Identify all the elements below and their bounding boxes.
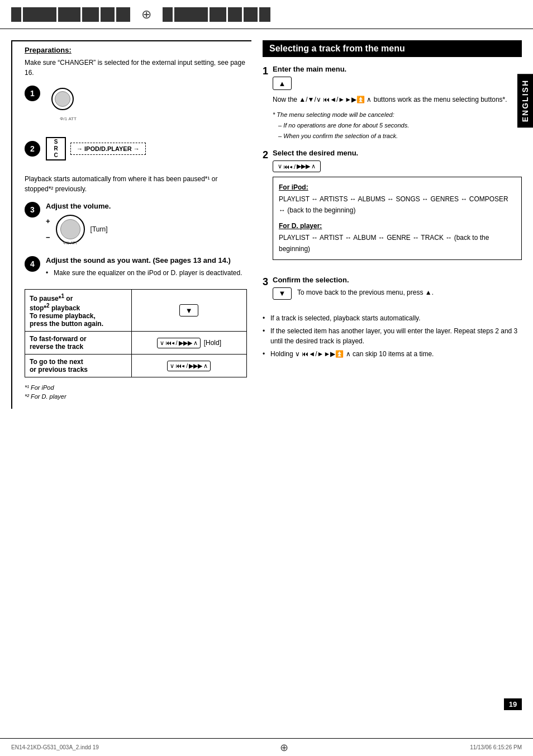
src-box: S R C xyxy=(46,137,66,160)
confirm-button-icon: ▼ xyxy=(273,287,292,300)
page-number: 19 xyxy=(504,698,522,710)
step4-row: 4 Adjust the sound as you want. (See pag… xyxy=(25,256,247,281)
r-step1-heading: Enter the main menu. xyxy=(273,65,507,73)
select-button-icon: ∨⏮◀/▶▶▶∧ xyxy=(273,160,321,172)
language-tab: ENGLISH xyxy=(517,74,533,127)
step4-bullet1: Make sure the equalizer on the iPod or D… xyxy=(46,268,247,278)
knob-inner xyxy=(55,91,70,107)
note-line1: – If no operations are done for about 5 … xyxy=(273,120,507,131)
table-cell-action-1: ▼ xyxy=(131,290,246,332)
ipod-arrow-box: → IPOD/D.PLAYER → xyxy=(70,143,146,155)
next-prev-button-icon: ∨⏮◀/▶▶▶∧ xyxy=(167,361,211,371)
hold-label: [Hold] xyxy=(204,339,221,347)
footnote1: *¹ For iPod xyxy=(25,384,247,391)
table-row-1: To pause*1 orstop*2 playback To resume p… xyxy=(25,290,247,332)
r-bullet-1: If a track is selected, playback starts … xyxy=(263,313,522,323)
volume-knob-label: Φ/1 ATT xyxy=(63,241,78,245)
r-step1-note: Now the ▲/▼/∨ ⏮◄/►►▶⏫ ∧ buttons work as … xyxy=(273,94,507,105)
block4 xyxy=(82,7,99,22)
plus-minus: + − xyxy=(46,217,50,242)
block5 xyxy=(101,7,115,22)
volume-diagram: + − Φ/1 ATT [Turn] xyxy=(46,215,247,244)
step3-heading: Adjust the volume. xyxy=(46,202,247,210)
table-bold-2: To fast-forward orreverse the track xyxy=(30,335,87,351)
r-bullet-3: Holding ∨ ⏮◄/►►▶⏫ ∧ can skip 10 items at… xyxy=(263,349,522,359)
block3 xyxy=(58,7,80,22)
r-bullet-2: If the selected item has another layer, … xyxy=(263,326,522,346)
table-cell-label-3: To go to the nextor previous tracks xyxy=(25,355,132,377)
footnote2: *² For D. player xyxy=(25,393,247,400)
r-step3-heading: Confirm the selection. xyxy=(273,276,434,284)
r-step1-number: 1 xyxy=(263,65,268,77)
knob-button xyxy=(51,88,74,110)
table-cell-label-2: To fast-forward orreverse the track xyxy=(25,332,132,355)
menu-dplayer-title: For D. player: xyxy=(279,220,516,231)
menu-ipod-title: For iPod: xyxy=(279,182,516,193)
table-cell-label-1: To pause*1 orstop*2 playback To resume p… xyxy=(25,290,132,332)
knob-label: Φ/1 ATT xyxy=(60,116,77,121)
minus-sign: − xyxy=(46,233,50,242)
r-step2-number: 2 xyxy=(263,149,268,161)
note-star: * The menu selecting mode will be cancel… xyxy=(273,110,507,120)
r-bullet-list: If a track is selected, playback starts … xyxy=(263,313,522,359)
src-label3: C xyxy=(54,152,58,159)
menu-selection-box: For iPod: PLAYLIST ↔ ARTISTS ↔ ALBUMS ↔ … xyxy=(273,177,522,259)
volume-knob xyxy=(56,215,85,244)
block2 xyxy=(23,7,56,22)
playback-text: Playback starts automatically from where… xyxy=(25,174,247,194)
r-step3-content: Confirm the selection. ▼ To move back to… xyxy=(273,276,434,305)
section-title: Selecting a track from the menu xyxy=(269,44,405,53)
step3-row: 3 Adjust the volume. + − xyxy=(25,202,247,248)
step1-circle: 1 xyxy=(25,86,40,101)
note-line2: – When you confirm the selection of a tr… xyxy=(273,131,507,141)
block6 xyxy=(116,7,130,22)
table-bold-3: To go to the nextor previous tracks xyxy=(30,358,88,374)
rblock1 xyxy=(163,7,173,22)
bottom-right-text: 11/13/06 6:15:26 PM xyxy=(470,744,522,750)
rblock4 xyxy=(228,7,242,22)
r-step2-content: Select the desired menu. ∨⏮◀/▶▶▶∧ For iP… xyxy=(273,149,522,267)
menu-dplayer-content: PLAYLIST ↔ ARTIST ↔ ALBUM ↔ GENRE ↔ TRAC… xyxy=(279,232,516,255)
right-column: Selecting a track from the menu 1 Enter … xyxy=(263,40,522,710)
top-left-blocks xyxy=(11,7,130,22)
rblock5 xyxy=(244,7,258,22)
rblock3 xyxy=(210,7,226,22)
table-row-3: To go to the nextor previous tracks ∨⏮◀/… xyxy=(25,355,247,377)
table-sub-1: To resume playback,press the button agai… xyxy=(30,312,103,328)
table-cell-action-2: ∨⏮◀/▶▶▶∧ [Hold] xyxy=(131,332,246,355)
step4-heading: Adjust the sound as you want. (See pages… xyxy=(46,256,247,264)
block1 xyxy=(11,7,21,22)
left-column: Preparations: Make sure “CHANGER” is sel… xyxy=(11,40,251,710)
table-cell-action-3: ∨⏮◀/▶▶▶∧ xyxy=(131,355,246,377)
menu-ipod-content: PLAYLIST ↔ ARTISTS ↔ ALBUMS ↔ SONGS ↔ GE… xyxy=(279,193,516,216)
r-step1-content: Enter the main menu. ▲ Now the ▲/▼/∨ ⏮◄/… xyxy=(273,65,507,141)
step4-bullets: Make sure the equalizer on the iPod or D… xyxy=(46,268,247,278)
step2-circle: 2 xyxy=(25,141,40,157)
step3-circle: 3 xyxy=(25,202,40,218)
r-step1-footnote: * The menu selecting mode will be cancel… xyxy=(273,110,507,141)
table-bold-1: To pause*1 orstop*2 playback xyxy=(30,295,80,312)
step4-content: Adjust the sound as you want. (See pages… xyxy=(46,256,247,281)
preparations-heading: Preparations: xyxy=(25,46,247,54)
step3-content: Adjust the volume. + − Φ/1 ATT xyxy=(46,202,247,248)
preparations-text: Make sure “CHANGER” is selected for the … xyxy=(25,58,247,78)
r-step3-number: 3 xyxy=(263,276,268,288)
pause-button-icon: ▼ xyxy=(179,304,198,316)
plus-sign: + xyxy=(46,217,50,225)
src-label2: R xyxy=(54,145,58,152)
section-title-box: Selecting a track from the menu xyxy=(263,40,522,57)
rblock6 xyxy=(259,7,270,22)
top-right-blocks xyxy=(163,7,270,22)
ff-rev-button-icon: ∨⏮◀/▶▶▶∧ xyxy=(157,338,201,348)
bottom-bar: EN14-21KD-G531_003A_2.indd 19 ⊕ 11/13/06… xyxy=(0,738,533,756)
table-row-2: To fast-forward orreverse the track ∨⏮◀/… xyxy=(25,332,247,355)
step4-circle: 4 xyxy=(25,256,40,272)
volume-knob-inner xyxy=(60,219,80,239)
crosshair-icon: ⊕ xyxy=(141,7,151,22)
menu-enter-button: ▲ xyxy=(273,77,292,90)
r-step2-heading: Select the desired menu. xyxy=(273,149,522,157)
src-label: S xyxy=(54,139,58,145)
bottom-crosshair-icon: ⊕ xyxy=(280,741,288,754)
bottom-left-text: EN14-21KD-G531_003A_2.indd 19 xyxy=(11,744,99,750)
ipod-diagram: S R C → IPOD/D.PLAYER → xyxy=(46,137,146,160)
